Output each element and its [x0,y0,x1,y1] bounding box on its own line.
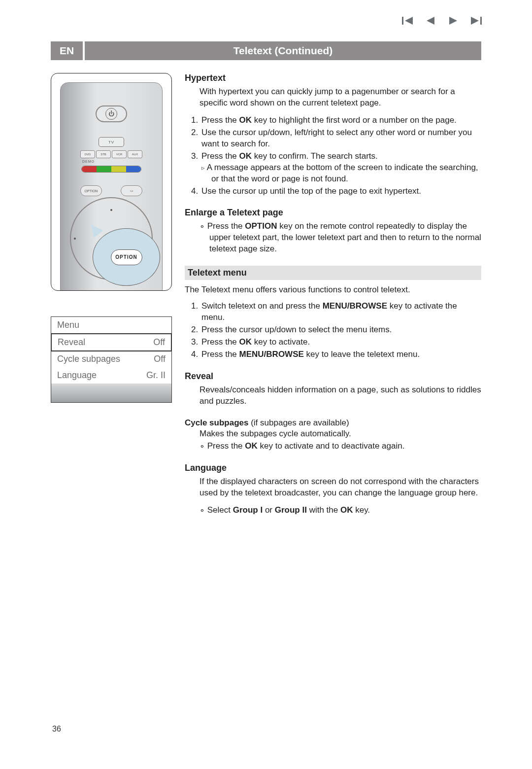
first-page-icon[interactable] [402,16,414,28]
heading-cycle: Cycle subpages [185,418,248,427]
prev-page-icon[interactable] [425,16,436,28]
section-reveal: Reveal Reveals/conceals hidden informati… [185,371,481,407]
hypertext-steps: Press the OK key to highlight the first … [185,115,481,197]
cycle-bullet: Press the OK key to activate and to deac… [200,441,481,452]
callout-bubble: OPTION [93,228,160,286]
power-button-icon: ⏻ [96,105,127,122]
option-button-icon: OPTION [80,185,102,196]
remote-illustration: ⏻ TV DVDSTBVCRAUX DEMO OPTION ▭ [51,73,172,291]
section-hypertext: Hypertext With hypertext you can quickly… [185,73,481,197]
section-enlarge: Enlarge a Teletext page Press the OPTION… [185,208,481,255]
section-language: Language If the displayed characters on … [185,463,481,516]
cycle-line: Makes the subpages cycle automatically. [200,429,481,439]
tv-mode-button: TV [99,137,124,147]
menu-title: Menu [51,317,171,334]
page-title: Teletext (Continued) [85,41,481,60]
teletext-menu-intro: The Teletext menu offers various functio… [185,285,481,295]
guide-button-icon: ▭ [121,185,142,196]
svg-marker-4 [471,17,479,25]
heading-teletext-menu: Teletext menu [185,266,481,280]
color-keys [81,166,141,173]
svg-rect-0 [402,17,403,25]
heading-enlarge: Enlarge a Teletext page [185,208,481,218]
heading-reveal: Reveal [185,371,481,382]
menu-row-reveal: RevealOff [51,333,172,351]
menu-row-cycle: Cycle subpagesOff [51,351,171,367]
language-bullet: Select Group I or Group II with the OK k… [200,505,481,516]
language-body: If the displayed characters on screen do… [200,476,481,499]
callout-label: OPTION [111,249,142,265]
section-teletext-menu: Teletext menu The Teletext menu offers v… [185,266,481,360]
svg-marker-2 [427,17,434,25]
svg-marker-1 [405,17,413,25]
teletext-menu-steps: Switch teletext on and press the MENU/BR… [185,301,481,360]
svg-marker-3 [449,17,457,25]
hypertext-substep: A message appears at the bottom of the s… [211,162,481,185]
next-page-icon[interactable] [447,16,459,28]
reveal-body: Reveals/conceals hidden information on a… [200,384,481,407]
lang-tab: EN [51,41,83,60]
menu-row-language: LanguageGr. II [51,367,171,384]
section-cycle: Cycle subpages (if subpages are availabl… [185,418,481,452]
heading-hypertext: Hypertext [185,73,481,83]
last-page-icon[interactable] [470,16,482,28]
section-header: EN Teletext (Continued) [51,41,481,60]
teletext-menu-screenshot: Menu RevealOff Cycle subpagesOff Languag… [51,316,172,403]
svg-rect-5 [480,17,482,25]
demo-label: DEMO [82,160,95,163]
enlarge-bullet: Press the OPTION key on the remote contr… [200,221,481,255]
heading-language: Language [185,463,481,473]
page-number: 36 [52,725,61,734]
source-buttons: DVDSTBVCRAUX [80,150,142,158]
hypertext-intro: With hypertext you can quickly jump to a… [200,86,481,109]
